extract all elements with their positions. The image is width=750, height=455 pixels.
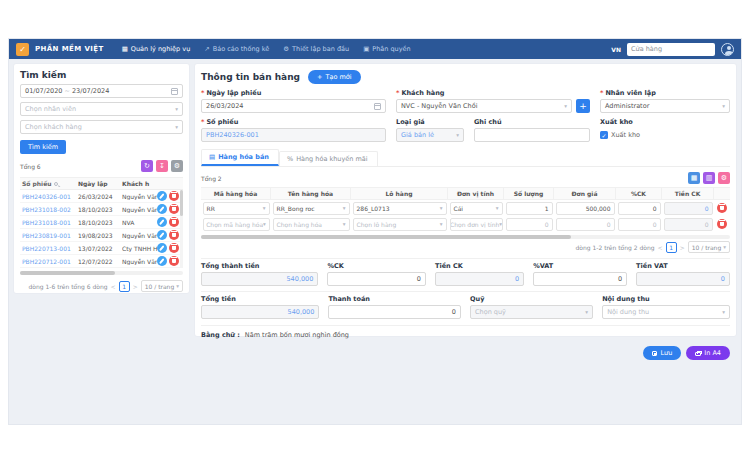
items-horizontal-scrollbar[interactable] bbox=[201, 235, 730, 239]
date-range-input[interactable]: 01/07/2020 ~ 23/07/2024 bbox=[20, 84, 183, 98]
item-unit-select[interactable]: Cái▾ bbox=[450, 202, 503, 215]
edit-button[interactable] bbox=[157, 243, 167, 253]
item-unit-select[interactable]: Chọn đơn vị tính▾ bbox=[450, 218, 503, 231]
receipt-content-select[interactable]: Nội dung thu ▾ bbox=[602, 305, 730, 319]
edit-button[interactable] bbox=[157, 256, 167, 266]
print-a4-button[interactable]: In A4 bbox=[686, 346, 730, 360]
tab-0[interactable]: ▤Hàng hóa bán bbox=[201, 149, 279, 166]
page-number[interactable]: 1 bbox=[666, 242, 677, 253]
vertical-scrollbar[interactable] bbox=[180, 190, 183, 268]
item-name-select[interactable]: Chọn hàng hóa▾ bbox=[273, 218, 350, 231]
table-settings-icon[interactable]: ⚙ bbox=[718, 172, 730, 184]
item-discount-pct-input[interactable]: 0 bbox=[618, 218, 661, 231]
page-number[interactable]: 1 bbox=[119, 281, 130, 292]
chevron-down-icon: ▾ bbox=[176, 283, 179, 289]
item-code-select[interactable]: Chọn mã hàng hóa▾ bbox=[203, 218, 270, 231]
delete-button[interactable] bbox=[169, 243, 179, 253]
trash-icon bbox=[172, 220, 176, 225]
item-name-select[interactable]: RR_Bong roc▾ bbox=[273, 202, 350, 215]
export-checkbox[interactable]: ✓ bbox=[600, 131, 608, 139]
delete-button[interactable] bbox=[169, 230, 179, 240]
chevron-down-icon: ▾ bbox=[722, 103, 725, 109]
next-page-icon[interactable]: > bbox=[133, 283, 138, 290]
receipt-code-link[interactable]: PBH230819-001 bbox=[20, 232, 78, 239]
receipt-code-link[interactable]: PBH231018-002 bbox=[20, 206, 78, 213]
item-qty-input[interactable]: 0 bbox=[506, 218, 553, 231]
staff-select[interactable]: Administrator ▾ bbox=[600, 99, 730, 113]
employee-select[interactable]: Chọn nhân viên ▾ bbox=[20, 102, 183, 116]
delete-button[interactable] bbox=[169, 191, 179, 201]
customer-form-select[interactable]: NVC - Nguyễn Văn Chồi ▾ bbox=[396, 99, 572, 113]
keyboard-icon[interactable]: ▦ bbox=[688, 172, 700, 184]
receipt-code-link[interactable]: PBH231018-001 bbox=[20, 219, 78, 226]
items-col-header: Mã hàng hóa bbox=[201, 188, 271, 199]
receipt-code-link[interactable]: PBH240326-001 bbox=[20, 193, 78, 200]
prev-page-icon[interactable]: < bbox=[658, 244, 663, 251]
receipts-table-header: Số phiếu Ngày lập Khách h bbox=[20, 177, 183, 190]
settings-icon[interactable]: ⚙ bbox=[171, 160, 183, 172]
search-button[interactable]: Tìm kiếm bbox=[20, 140, 66, 154]
tab-1[interactable]: %Hàng hóa khuyến mãi bbox=[279, 151, 378, 166]
items-page-size-select[interactable]: 10 / trang ▾ bbox=[688, 241, 730, 253]
nav-menu: ▦Quản lý nghiệp vụ↗Báo cáo thống kê⚙Thiế… bbox=[122, 45, 411, 53]
export-label: Xuất kho bbox=[600, 118, 633, 126]
form-row-2: *Số phiếu PBH240326-001 Loại giá Giá bán… bbox=[201, 118, 730, 142]
issue-date-input[interactable]: 26/03/2024 bbox=[201, 99, 386, 113]
payment-field[interactable]: 0 bbox=[328, 305, 461, 319]
discount-pct-field[interactable]: 0 bbox=[327, 272, 426, 286]
delete-button[interactable] bbox=[169, 217, 179, 227]
item-delete-button[interactable] bbox=[717, 203, 727, 213]
edit-button[interactable] bbox=[157, 191, 167, 201]
receipt-code-link[interactable]: PBH220712-001 bbox=[20, 258, 78, 265]
discount-amt-label: Tiền CK bbox=[435, 262, 463, 270]
item-lot-select[interactable]: Chọn lô hàng▾ bbox=[353, 218, 447, 231]
next-page-icon[interactable]: > bbox=[680, 244, 685, 251]
receipts-table-body: PBH240326-00126/03/2024Nguyễn Văn ChồiPB… bbox=[20, 190, 183, 268]
delete-button[interactable] bbox=[169, 204, 179, 214]
items-col-header: %CK bbox=[616, 188, 662, 199]
horizontal-scrollbar[interactable] bbox=[20, 271, 183, 275]
receipt-date: 13/07/2022 bbox=[78, 245, 122, 252]
customer-select[interactable]: Chọn khách hàng ▾ bbox=[20, 120, 183, 134]
page-size-select[interactable]: 10 / trang ▾ bbox=[141, 280, 183, 292]
chevron-down-icon: ▾ bbox=[175, 124, 178, 130]
item-code-select[interactable]: RR▾ bbox=[203, 202, 270, 215]
store-search-value: Cửa hàng bbox=[631, 45, 662, 53]
user-avatar-icon[interactable] bbox=[721, 43, 734, 56]
edit-button[interactable] bbox=[157, 230, 167, 240]
nav-item-3[interactable]: ▣Phân quyền bbox=[363, 45, 411, 53]
store-search-input[interactable]: Cửa hàng bbox=[627, 43, 715, 56]
brand-title: PHẦN MỀM VIỆT bbox=[35, 45, 104, 53]
app-logo-icon[interactable]: ✓ bbox=[16, 43, 29, 56]
note-input[interactable] bbox=[474, 128, 590, 142]
col-header-date[interactable]: Ngày lập bbox=[78, 180, 122, 187]
items-col-header: Tiền CK bbox=[662, 188, 714, 199]
search-icon[interactable] bbox=[54, 182, 58, 186]
edit-button[interactable] bbox=[157, 204, 167, 214]
item-price-input[interactable]: 500,000 bbox=[556, 202, 615, 215]
refresh-icon[interactable]: ↻ bbox=[141, 160, 153, 172]
export-icon[interactable]: ↧ bbox=[156, 160, 168, 172]
nav-item-1[interactable]: ↗Báo cáo thống kê bbox=[204, 45, 269, 53]
nav-item-2[interactable]: ⚙Thiết lập ban đầu bbox=[283, 45, 349, 53]
nav-item-0[interactable]: ▦Quản lý nghiệp vụ bbox=[122, 45, 191, 53]
language-label[interactable]: VN bbox=[611, 46, 621, 53]
receipt-code-link[interactable]: PBH220713-001 bbox=[20, 245, 78, 252]
create-new-button[interactable]: + Tạo mới bbox=[308, 70, 361, 84]
delete-button[interactable] bbox=[169, 256, 179, 266]
item-discount-pct-input[interactable]: 0 bbox=[618, 202, 661, 215]
col-header-customer[interactable]: Khách h bbox=[122, 180, 183, 187]
prev-page-icon[interactable]: < bbox=[111, 283, 116, 290]
date-from-value: 01/07/2020 bbox=[25, 87, 62, 95]
add-customer-button[interactable]: + bbox=[576, 99, 590, 113]
item-delete-button[interactable] bbox=[717, 219, 727, 229]
item-price-input[interactable]: 0 bbox=[556, 218, 615, 231]
discount-pct-label: %CK bbox=[327, 262, 343, 270]
item-lot-select[interactable]: 286_L0713▾ bbox=[353, 202, 447, 215]
item-qty-input[interactable]: 1 bbox=[506, 202, 553, 215]
edit-button[interactable] bbox=[157, 217, 167, 227]
vat-pct-field[interactable]: 0 bbox=[533, 272, 627, 286]
columns-icon[interactable]: ▥ bbox=[703, 172, 715, 184]
col-header-code[interactable]: Số phiếu bbox=[22, 180, 52, 187]
save-button[interactable]: Lưu bbox=[643, 346, 681, 360]
